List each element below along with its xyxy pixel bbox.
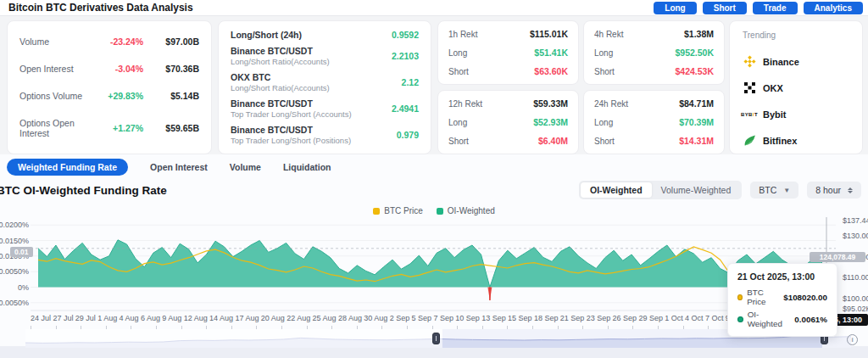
ratio-sublabel: Top Trader Long/Short (Accounts)	[231, 109, 392, 119]
trending-item-bitfinex[interactable]: Bitfinex	[743, 127, 849, 154]
ratio-row: Binance BTC/USDT Top Trader Long/Short (…	[231, 125, 419, 145]
trending-card: Trending Binance OKX BYBIT Bybit	[729, 20, 863, 154]
x-axis-tick: 4 Aug	[120, 314, 139, 322]
rekt-short-label: Short	[448, 137, 469, 146]
tab-liquidation[interactable]: Liquidation	[283, 162, 331, 172]
rekt-title: 4h Rekt	[594, 30, 623, 39]
rekt-total: $115.01K	[530, 29, 568, 39]
ratio-row: Binance BTC/USDT Top Trader Long/Short (…	[231, 98, 419, 119]
up-down-icon	[848, 187, 853, 193]
tab-open-interest[interactable]: Open Interest	[150, 162, 208, 172]
bottom-strip	[0, 346, 868, 358]
rekt-total: $1.38M	[684, 29, 714, 39]
symbol-select[interactable]: BTC ▼	[750, 182, 798, 199]
x-axis-tick: 1 Oct	[665, 314, 683, 322]
rekt-title: 24h Rekt	[594, 99, 628, 109]
stat-change: +1.27%	[84, 123, 143, 133]
x-axis-tick: 29 Sep	[638, 314, 663, 322]
short-button[interactable]: Short	[703, 2, 747, 14]
x-axis-tick: 20 Aug	[261, 314, 285, 322]
rekt-short-label: Short	[448, 67, 469, 76]
rekt-long-value: $52.93M	[533, 117, 568, 127]
x-axis-tick: 12 Aug	[184, 314, 208, 322]
chart-title: BTC OI-Weighted Funding Rate	[0, 184, 167, 197]
ratio-value: 2.12	[402, 77, 419, 87]
ratio-label: OKX BTC	[231, 72, 402, 82]
oi-weighted-option[interactable]: OI-Weighted	[581, 182, 652, 198]
x-axis-tick: 26 Sep	[613, 314, 637, 322]
page-title: Bitcoin BTC Derivatives Data Analysis	[8, 2, 193, 14]
rekt-total: $59.33M	[533, 98, 568, 109]
btc-price-swatch-icon	[373, 208, 380, 215]
x-axis-tick: 7 Sep	[433, 314, 453, 322]
stat-row-open-interest: Open Interest -3.04% $70.36B	[19, 64, 199, 74]
legend-btc-price[interactable]: BTC Price	[373, 206, 423, 215]
legend-oi-weighted[interactable]: OI-Weighted	[437, 206, 495, 215]
x-axis-tick: 22 Aug	[287, 314, 310, 322]
long-short-ratios-card: Long/Short (24h) 0.9592 Binance BTC/USDT…	[218, 20, 431, 154]
interval-select-value: 8 hour	[815, 185, 841, 195]
x-axis-tick: 2 Sep	[390, 314, 410, 322]
chevron-down-icon: ▼	[783, 187, 790, 194]
tooltip-row-oi-weighted: OI-Weighted 0.0061%	[737, 310, 827, 328]
right-axis-current-badge: 124,078.49	[810, 252, 865, 262]
tab-weighted-funding-rate[interactable]: Weighted Funding Rate	[7, 159, 128, 176]
okx-icon	[743, 81, 756, 95]
volume-weighted-option[interactable]: Volume-Weighted	[652, 182, 741, 198]
ratio-label: Long/Short (24h)	[231, 30, 392, 40]
x-axis-tick: 5 Sep	[412, 314, 432, 322]
chart-header: BTC OI-Weighted Funding Rate OI-Weighted…	[0, 179, 861, 201]
ratio-label: Binance BTC/USDT	[231, 98, 392, 109]
legend-label: OI-Weighted	[448, 206, 495, 215]
rekt-card-12h: 12h Rekt$59.33M Long$52.93M Short$6.40M	[437, 90, 579, 154]
rekt-short-label: Short	[594, 67, 615, 76]
x-axis-tick: 29 Jul	[75, 314, 96, 322]
tooltip-title: 21 Oct 2025, 13:00	[737, 271, 827, 282]
ratio-row: OKX BTC Long/Short Ratio(Accounts) 2.12	[231, 72, 419, 92]
stat-change: -23.24%	[84, 36, 143, 47]
x-axis-tick: 9 Aug	[162, 314, 181, 322]
funding-rate-chart[interactable]	[31, 217, 836, 312]
rekt-title: 1h Rekt	[448, 30, 477, 39]
chart-legend: BTC Price OI-Weighted	[0, 206, 868, 215]
btc-price-dot-icon	[737, 294, 743, 300]
ratio-value: 0.9592	[392, 30, 419, 40]
ratio-labels: Binance BTC/USDT Top Trader Long/Short (…	[231, 98, 392, 119]
stat-value: $97.00B	[143, 36, 199, 47]
trending-item-okx[interactable]: OKX	[743, 75, 849, 101]
bybit-icon: BYBIT	[743, 108, 756, 121]
ratio-labels: Binance BTC/USDT Top Trader Long/Short (…	[231, 125, 397, 145]
trending-item-bybit[interactable]: BYBIT Bybit	[743, 101, 849, 127]
tooltip-series-value: 0.0061%	[794, 315, 827, 324]
stat-change: -3.04%	[84, 64, 143, 74]
navigator-handle-left[interactable]	[432, 333, 440, 344]
analytics-button[interactable]: Analytics	[804, 2, 863, 14]
stat-label: Options Open Interest	[19, 118, 84, 138]
x-axis-tick: 21 Sep	[560, 314, 585, 322]
rekt-long-value: $51.41K	[534, 48, 568, 58]
x-axis-tick: 17 Aug	[235, 314, 259, 322]
rekt-short-value: $6.40M	[538, 136, 568, 146]
tooltip-series-value: $108020.00	[783, 293, 827, 302]
stat-row-options-open-interest: Options Open Interest +1.27% $59.65B	[19, 118, 199, 138]
info-icon[interactable]: i	[847, 334, 858, 345]
trending-item-binance[interactable]: Binance	[743, 48, 849, 75]
ratio-value: 2.2103	[392, 51, 419, 61]
ratio-row: Long/Short (24h) 0.9592	[231, 30, 419, 40]
x-axis-tick: 23 Sep	[587, 314, 611, 322]
trade-button[interactable]: Trade	[753, 2, 798, 14]
rekt-title: 12h Rekt	[448, 99, 482, 109]
ratio-value: 0.979	[397, 130, 419, 140]
rekt-short-value: $14.31M	[679, 136, 714, 146]
bitfinex-icon	[743, 134, 756, 148]
ratio-labels: Long/Short (24h)	[231, 30, 392, 40]
interval-select[interactable]: 8 hour	[807, 182, 861, 199]
rekt-long-label: Long	[448, 48, 467, 58]
long-button[interactable]: Long	[654, 2, 696, 14]
tab-volume[interactable]: Volume	[230, 162, 261, 172]
stat-value: $5.14B	[143, 91, 199, 101]
x-axis-tick: 25 Aug	[313, 314, 337, 322]
oi-weighted-dot-icon	[737, 316, 743, 322]
stat-label: Open Interest	[19, 64, 84, 74]
x-axis-tick: 4 Oct	[685, 314, 704, 322]
